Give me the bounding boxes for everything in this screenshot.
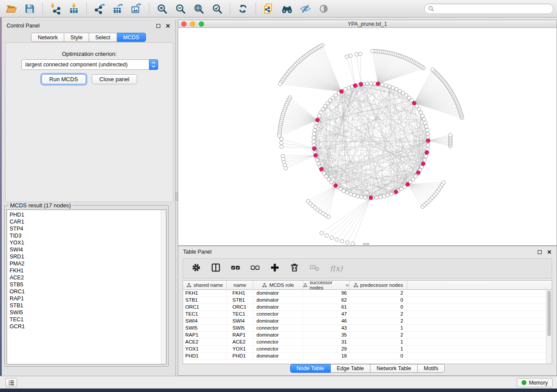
zoom-out-button[interactable]	[173, 2, 188, 16]
mcds-result-item[interactable]: ACE2	[7, 274, 166, 281]
table-cell: connector	[253, 311, 303, 317]
open-folder-icon	[6, 3, 17, 14]
table-cell: PHD1	[183, 353, 227, 359]
tab-network[interactable]: Network	[31, 33, 64, 42]
mcds-result-item[interactable]: STB1	[7, 302, 166, 309]
mcds-result-item[interactable]: RAP1	[7, 295, 166, 302]
mcds-result-list[interactable]: PHD1CAR1STP4TID3YOX1SWI4SRD1PMA2FKH1ACE2…	[7, 210, 166, 364]
mcds-result-item[interactable]: FKH1	[7, 267, 166, 274]
node-table: shared name name MCDS role successor nod…	[183, 280, 552, 364]
column-header-predecessor-nodes[interactable]: predecessor nodes	[349, 281, 407, 289]
refresh-view-button[interactable]	[235, 2, 251, 16]
column-header-shared-name[interactable]: shared name	[183, 281, 227, 289]
zoom-in-button[interactable]	[154, 2, 170, 16]
mcds-result-item[interactable]: PMA2	[7, 260, 166, 267]
close-panel-button[interactable]: Close panel	[92, 74, 138, 84]
control-panel-tabs: Network Style Select MCDS	[2, 33, 175, 42]
import-network-button[interactable]	[48, 2, 63, 16]
tab-motifs[interactable]: Motifs	[418, 364, 445, 373]
column-header-name[interactable]: name	[227, 281, 253, 289]
search-input[interactable]	[437, 6, 550, 12]
close-panel-icon[interactable]: ✕	[547, 249, 552, 255]
table-row[interactable]: SWI4SWI4dominator462	[183, 318, 546, 325]
table-row[interactable]: PHD1PHD1dominator180	[183, 353, 546, 360]
tab-mcds[interactable]: MCDS	[117, 33, 146, 42]
table-row[interactable]: TEC1TEC1connector472	[183, 311, 546, 318]
tab-edge-table[interactable]: Edge Table	[331, 364, 370, 373]
delete-column-button[interactable]	[290, 263, 299, 274]
select-all-columns-button[interactable]	[231, 263, 240, 274]
gear-icon	[191, 263, 201, 272]
column-header-mcds-role[interactable]: MCDS role	[253, 281, 303, 289]
table-cell: 46	[303, 318, 349, 324]
minimize-window-button[interactable]	[190, 21, 195, 27]
table-row[interactable]: ORC1ORC1dominator610	[183, 304, 546, 311]
network-canvas[interactable]	[178, 28, 557, 245]
show-all-button[interactable]	[316, 2, 332, 16]
mcds-result-item[interactable]: SWI5	[7, 309, 166, 316]
import-table-button[interactable]	[66, 2, 82, 16]
table-row[interactable]: STB1STB1dominator620	[183, 297, 546, 304]
scrollbar-thumb[interactable]	[547, 291, 551, 336]
mcds-result-item[interactable]: STB5	[7, 281, 166, 288]
tab-node-table[interactable]: Node Table	[290, 364, 331, 373]
export-image-button[interactable]	[128, 2, 144, 16]
delete-table-button[interactable]	[309, 263, 320, 274]
open-file-button[interactable]	[3, 2, 19, 16]
criterion-dropdown[interactable]: largest connected component (undirected)	[21, 59, 158, 70]
maximize-window-button[interactable]	[199, 21, 204, 27]
table-settings-button[interactable]	[191, 263, 201, 274]
mcds-result-item[interactable]: TID3	[7, 232, 166, 239]
mcds-result-item[interactable]: YOX1	[7, 239, 166, 246]
mcds-result-item[interactable]: PHD1	[7, 211, 166, 218]
close-panel-icon[interactable]: ✕	[166, 23, 170, 29]
mcds-result-item[interactable]: STP4	[7, 225, 166, 232]
search-box[interactable]	[424, 3, 554, 14]
table-cell-filler	[407, 290, 546, 296]
tab-style[interactable]: Style	[64, 33, 89, 42]
close-window-button[interactable]	[181, 21, 187, 27]
table-scrollbar[interactable]	[546, 290, 552, 364]
mcds-result-item[interactable]: SRD1	[7, 253, 166, 260]
table-row[interactable]: ACE2ACE2connector311	[183, 339, 546, 346]
table-cell-filler	[407, 346, 546, 352]
zoom-fit-button[interactable]	[191, 2, 207, 16]
float-panel-icon[interactable]	[538, 250, 542, 254]
mcds-result-item[interactable]: GCR1	[7, 323, 166, 330]
zoom-selected-button[interactable]	[209, 2, 225, 16]
export-table-button[interactable]	[110, 2, 126, 16]
show-columns-button[interactable]	[211, 263, 221, 274]
mcds-result-item[interactable]: SWI4	[7, 246, 166, 253]
function-builder-button[interactable]: f(x)	[330, 264, 343, 273]
save-floppy-icon	[24, 3, 35, 14]
table-cell: FKH1	[183, 290, 227, 296]
save-session-button[interactable]	[22, 2, 38, 16]
hide-selected-button[interactable]	[298, 2, 313, 16]
mcds-result-item[interactable]: CAR1	[7, 218, 166, 225]
column-header-successor-nodes[interactable]: successor nodes	[303, 281, 349, 289]
table-cell: 1	[349, 339, 407, 345]
mcds-result-item[interactable]: ORC1	[7, 288, 166, 295]
find-button[interactable]	[279, 2, 295, 16]
memory-button[interactable]: Memory	[517, 378, 553, 387]
network-from-clipboard-button[interactable]	[261, 2, 277, 16]
table-row[interactable]: SWI5SWI5connector431	[183, 325, 546, 332]
export-network-button[interactable]	[92, 2, 107, 16]
float-panel-icon[interactable]	[156, 24, 160, 28]
create-column-button[interactable]	[270, 263, 280, 274]
deselect-all-columns-button[interactable]	[250, 263, 260, 274]
dropdown-stepper-icon[interactable]	[149, 59, 158, 70]
unchecked-boxes-icon	[250, 263, 260, 272]
tab-network-table[interactable]: Network Table	[370, 364, 418, 373]
table-row[interactable]: YOX1YOX1connector291	[183, 346, 546, 353]
run-mcds-button[interactable]: Run MCDS	[42, 74, 86, 84]
hierarchy-icon	[187, 283, 191, 288]
tab-select[interactable]: Select	[89, 33, 117, 42]
table-row[interactable]: FKH1FKH1dominator962	[183, 290, 546, 297]
network-window-titlebar[interactable]: YPA_prune.txt_1	[178, 20, 557, 28]
mcds-result-item[interactable]: TEC1	[7, 316, 166, 323]
table-cell: ORC1	[183, 304, 227, 310]
table-row[interactable]: RAP1RAP1dominator352	[183, 332, 546, 339]
show-panels-menu-button[interactable]	[5, 378, 17, 387]
list-scrollbar[interactable]	[161, 210, 166, 364]
